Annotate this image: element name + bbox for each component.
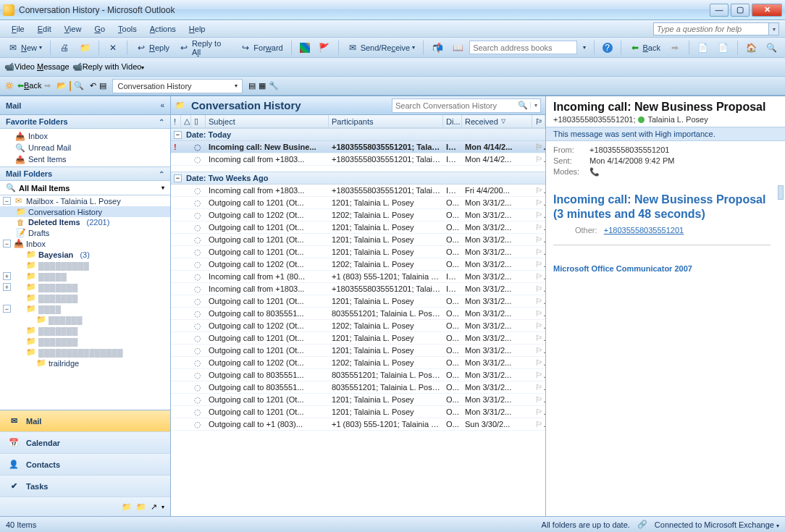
flag-icon[interactable]: 🏳	[535, 309, 545, 318]
delete-button[interactable]: ✕	[104, 41, 122, 55]
status-connection[interactable]: Connected to Microsoft Exchange ▾	[655, 520, 779, 529]
flag-icon[interactable]: 🏳	[535, 371, 545, 379]
outlook-today-button[interactable]: 🔅	[4, 81, 14, 90]
scroll-thumb[interactable]	[778, 185, 784, 200]
home-button[interactable]: 🏠	[743, 41, 760, 55]
mini-configure-button[interactable]: ▾	[161, 504, 164, 510]
up-folder-button[interactable]: 📂	[56, 81, 67, 90]
folder-drafts[interactable]: 📝Drafts	[0, 227, 170, 238]
folder-deleted[interactable]: 🗑Deleted Items (2201)	[0, 217, 170, 227]
all-mail-items[interactable]: 🔍All Mail Items▾	[0, 181, 170, 195]
flag-icon[interactable]: 🏳	[535, 284, 545, 293]
address-book-search-dd[interactable]: ▾	[580, 43, 589, 52]
menu-file[interactable]: File	[6, 22, 30, 35]
help-search-input[interactable]	[653, 22, 769, 35]
message-row[interactable]: ◌Outgoing call to 1201 (Ot...1201; Talai…	[171, 246, 545, 258]
flag-icon[interactable]: 🏳	[535, 198, 545, 207]
col-direction[interactable]: Di...	[443, 115, 462, 127]
reading-pane-button[interactable]	[70, 82, 71, 90]
menu-actions[interactable]: Actions	[144, 22, 182, 35]
flag-icon[interactable]: 🏳	[535, 260, 545, 269]
flag-icon[interactable]: 🏳	[535, 321, 545, 330]
new-button[interactable]: ✉New▾	[4, 41, 45, 55]
folder-blurred[interactable]: −📁▒▒▒▒	[0, 303, 170, 314]
mailbox-root[interactable]: −✉Mailbox - Talainia L. Posey	[0, 195, 170, 206]
col-participants[interactable]: Participants	[329, 115, 443, 127]
flag-icon[interactable]: 🏳	[535, 143, 545, 151]
folder-blurred[interactable]: 📁▒▒▒▒▒▒▒	[0, 292, 170, 303]
folder-bayesian[interactable]: 📁Bayesian (3)	[0, 249, 170, 260]
maximize-button[interactable]: ▢	[731, 4, 750, 17]
mail-folders-header[interactable]: Mail Folders⌃	[0, 167, 170, 181]
layout-button1[interactable]: ▤	[248, 81, 256, 90]
help-button[interactable]: ?	[600, 41, 616, 54]
message-row[interactable]: ◌Outgoing call to 1201 (Ot...1201; Talai…	[171, 295, 545, 308]
move-button[interactable]: 📁	[76, 41, 93, 55]
flag-icon[interactable]: 🏳	[535, 211, 545, 219]
group-by-button[interactable]: ▤	[99, 81, 106, 90]
bignav-mail[interactable]: ✉Mail	[0, 410, 170, 432]
message-row[interactable]: ◌Outgoing call to 1201 (Ot...1201; Talai…	[171, 221, 545, 234]
back-button[interactable]: ⬅Back	[626, 41, 663, 55]
current-folder-dropdown[interactable]: Conversation History▾	[112, 79, 243, 93]
message-row[interactable]: ◌Outgoing call to 8035551...8035551201; …	[171, 369, 545, 381]
forward-button[interactable]: ↪Forward	[237, 41, 285, 55]
message-row[interactable]: ◌Outgoing call to 1201 (Ot...1201; Talai…	[171, 234, 545, 246]
new-meeting-icon-button[interactable]: 📄	[715, 41, 732, 55]
reply-button[interactable]: ↩Reply	[133, 41, 172, 55]
folder-blurred[interactable]: 📁▒▒▒▒▒▒▒▒▒▒▒▒▒▒▒	[0, 347, 170, 358]
flag-button[interactable]	[297, 41, 313, 54]
message-row[interactable]: ◌Incoming call from +1803...+18035558035…	[171, 185, 545, 197]
folder-blurred[interactable]: +📁▒▒▒▒▒	[0, 271, 170, 282]
customize-button[interactable]: 🔧	[269, 81, 279, 90]
menu-view[interactable]: View	[59, 22, 88, 35]
video-message-button[interactable]: 📹Video Message	[4, 62, 70, 72]
reply-video-button[interactable]: 📹Reply with Video▾	[72, 62, 145, 72]
flag-icon[interactable]: 🏳	[535, 408, 545, 416]
new-message-icon-button[interactable]: 📄	[694, 41, 712, 55]
mini-shortcuts-icon[interactable]: ↗	[151, 502, 157, 512]
sendreceive-button[interactable]: ✉Send/Receive▾	[344, 41, 419, 55]
flag-icon[interactable]: 🏳	[535, 358, 545, 367]
flag-icon[interactable]: 🏳	[535, 186, 545, 195]
menu-go[interactable]: Go	[88, 22, 111, 35]
undo-button[interactable]: ↶	[90, 81, 96, 90]
flag-icon[interactable]: 🏳	[535, 272, 545, 281]
group-header[interactable]: −Date: Today	[171, 128, 545, 141]
bignav-tasks[interactable]: ✔Tasks	[0, 476, 170, 497]
menu-help[interactable]: Help	[183, 22, 211, 35]
col-importance[interactable]: !	[171, 115, 181, 127]
flag-icon[interactable]: 🏳	[535, 334, 545, 342]
folder-search-input[interactable]	[392, 101, 516, 110]
flag-icon[interactable]: 🏳	[535, 235, 545, 244]
message-row[interactable]: ◌Outgoing call to 8035551...8035551201; …	[171, 381, 545, 394]
menu-tools[interactable]: Tools	[112, 22, 143, 35]
menu-edit[interactable]: Edit	[32, 22, 57, 35]
back2-button[interactable]: ⬅Back	[17, 81, 41, 90]
folder-blurred[interactable]: 📁▒▒▒▒▒▒▒	[0, 325, 170, 336]
flag-icon[interactable]: 🏳	[535, 420, 545, 428]
message-row[interactable]: ◌Outgoing call to 8035551...8035551201; …	[171, 308, 545, 320]
rules-button[interactable]: 📬	[429, 41, 446, 55]
search-icon[interactable]: 🔍	[516, 101, 530, 110]
folder-blurred[interactable]: 📁▒▒▒▒▒▒▒	[0, 336, 170, 347]
flag-icon[interactable]: 🏳	[535, 155, 545, 164]
fav-sent[interactable]: 📤Sent Items	[0, 153, 170, 165]
folder-inbox[interactable]: −📥Inbox	[0, 238, 170, 249]
message-row[interactable]: ◌Outgoing call to 1201 (Ot...1201; Talai…	[171, 197, 545, 209]
favorite-folders-header[interactable]: Favorite Folders⌃	[0, 115, 170, 129]
reply-all-button[interactable]: ↩Reply to All	[175, 38, 234, 58]
print-preview-button[interactable]: 🔍	[74, 81, 84, 90]
folder-trailridge[interactable]: 📁trailridge	[0, 358, 170, 368]
forward2-button[interactable]: ➡	[44, 81, 51, 90]
folder-conversation-history[interactable]: 📁Conversation History	[0, 206, 170, 217]
bignav-calendar[interactable]: 📅Calendar	[0, 432, 170, 454]
message-row[interactable]: !◌Incoming call: New Busine...+180355580…	[171, 141, 545, 153]
reading-body[interactable]: Incoming call: New Business Proposal (3 …	[546, 181, 785, 516]
message-list[interactable]: −Date: Today!◌Incoming call: New Busine.…	[171, 128, 545, 516]
folder-blurred[interactable]: 📁▒▒▒▒▒▒	[0, 314, 170, 325]
fav-inbox[interactable]: 📥Inbox	[0, 130, 170, 142]
other-link[interactable]: +18035558035551201	[604, 226, 684, 235]
message-row[interactable]: ◌Incoming call from +1803...+18035558035…	[171, 283, 545, 295]
categorize-button[interactable]: 🚩	[316, 41, 333, 55]
